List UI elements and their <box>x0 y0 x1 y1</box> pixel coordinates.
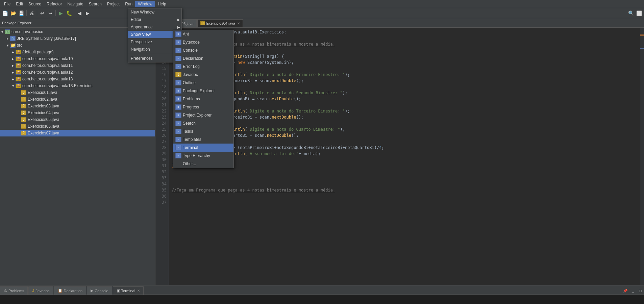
ex01-label: Exercicio01.java <box>28 90 57 95</box>
jre-label: JRE System Library [JavaSE-17] <box>17 36 76 41</box>
ex01-expand-icon: ▸ <box>18 91 20 95</box>
javadoc-label: Javadoc <box>36 289 50 293</box>
menu-run[interactable]: Run <box>122 1 135 7</box>
toolbar: 📄 📂 💾 🖨 ↩ ↪ ▶ 🐛 ◀ ▶ 🔍 ⬜ <box>0 8 644 18</box>
ex04-label: Exercicios04.java <box>28 110 59 115</box>
toolbar-save[interactable]: 💾 <box>18 9 25 17</box>
toolbar-prev[interactable]: ◀ <box>76 9 83 17</box>
ex02-label: Exercicio02.java <box>28 97 57 102</box>
terminal-area[interactable] <box>0 295 644 304</box>
menu-refactor[interactable]: Refactor <box>44 1 65 7</box>
code-area[interactable]: package com.heitor.cursojava.aula13.Exer… <box>169 28 640 285</box>
project-expand-icon: ▾ <box>1 30 3 34</box>
declaration-icon: 📋 <box>58 288 63 293</box>
line-numbers: 9101112131415161718192021222324252627282… <box>155 28 169 285</box>
toolbar-debug[interactable]: 🐛 <box>65 9 73 17</box>
menu-bar: File Edit Source Refactor Navigate Searc… <box>0 0 644 8</box>
aula10-icon: 📦 <box>16 56 21 61</box>
tab-exercicios06[interactable]: J Exercicios06.java <box>155 19 197 27</box>
editor-tabs: J Exercicios06.java J Exercicios04.java … <box>155 18 644 28</box>
ex03-label: Exercicios03.java <box>28 104 59 108</box>
toolbar-sep2 <box>37 10 37 16</box>
console-icon: ▶ <box>91 288 93 293</box>
terminal-pin-btn[interactable]: 📌 <box>622 287 629 295</box>
tree-exercicio01[interactable]: ▸ J Exercicio01.java <box>0 89 155 96</box>
tree-aula11[interactable]: ▸ 📦 com.heitor.cursojava.aula11 <box>0 62 155 69</box>
toolbar-sep3 <box>55 10 56 16</box>
menu-source[interactable]: Source <box>26 1 44 7</box>
toolbar-search-global[interactable]: 🔍 <box>627 9 635 17</box>
menu-window[interactable]: Window <box>135 1 155 7</box>
bottom-tab-terminal[interactable]: ▣ Terminal ✕ <box>113 286 144 295</box>
javadoc-icon: J <box>32 289 34 293</box>
tree-exercicios04[interactable]: ▸ J Exercicios04.java <box>0 109 155 116</box>
ex04-icon: J <box>21 110 26 115</box>
ex02-icon: J <box>21 97 26 102</box>
bottom-tab-problems[interactable]: ⚠ Problems <box>0 286 28 295</box>
ex01-icon: J <box>21 90 26 95</box>
terminal-max-btn[interactable]: □ <box>637 287 644 295</box>
aula12-expand-icon: ▸ <box>12 70 14 75</box>
jre-expand-icon: ▸ <box>7 36 9 41</box>
ex03-expand-icon: ▸ <box>18 104 20 108</box>
ex03-icon: J <box>21 104 26 108</box>
menu-file[interactable]: File <box>1 1 13 7</box>
menu-navigate[interactable]: Navigate <box>65 1 86 7</box>
tree-project[interactable]: ▾ P curso-java-basico <box>0 28 155 35</box>
terminal-label: Terminal <box>121 289 135 293</box>
toolbar-next[interactable]: ▶ <box>84 9 91 17</box>
tree-aula12[interactable]: ▸ 📦 com.heitor.cursojava.aula12 <box>0 69 155 76</box>
tree-exercicios07[interactable]: ▸ J Exercicios07.java <box>0 130 155 136</box>
default-pkg-icon: 📦 <box>16 50 21 54</box>
toolbar-print[interactable]: 🖨 <box>28 9 35 17</box>
menu-search[interactable]: Search <box>86 1 104 7</box>
tree-aula13[interactable]: ▸ 📦 com.heitor.cursojava.aula13 <box>0 76 155 82</box>
tree-default-pkg[interactable]: ▸ 📦 (default package) <box>0 49 155 55</box>
toolbar-open[interactable]: 📂 <box>9 9 17 17</box>
terminal-min-btn[interactable]: _ <box>629 287 637 295</box>
toolbar-run[interactable]: ▶ <box>57 9 65 17</box>
src-expand-icon: ▾ <box>7 43 9 48</box>
ex07-icon: J <box>21 131 26 135</box>
aula11-label: com.heitor.cursojava.aula11 <box>22 63 73 68</box>
tree-exercicios03[interactable]: ▸ J Exercicios03.java <box>0 103 155 109</box>
terminal-close[interactable]: ✕ <box>137 289 140 293</box>
tab-exercicios04[interactable]: J Exercicios04.java ✕ <box>197 19 243 27</box>
menu-edit[interactable]: Edit <box>13 1 26 7</box>
toolbar-new[interactable]: 📄 <box>1 9 9 17</box>
ex05-expand-icon: ▸ <box>18 118 20 122</box>
tree-aula10[interactable]: ▸ 📦 com.heitor.cursojava.aula10 <box>0 55 155 62</box>
ex05-label: Exercicios05.java <box>28 117 59 122</box>
terminal-icon: ▣ <box>117 288 120 293</box>
toolbar-undo[interactable]: ↩ <box>39 9 46 17</box>
ex06-label: Exercicios06.java <box>28 124 59 129</box>
tree-jre[interactable]: ▸ 🔧 JRE System Library [JavaSE-17] <box>0 35 155 42</box>
tab-ex04-close[interactable]: ✕ <box>237 22 240 25</box>
sidebar-close-btn[interactable]: ✕ <box>146 19 153 27</box>
editor-content: 9101112131415161718192021222324252627282… <box>155 28 644 285</box>
menu-project[interactable]: Project <box>104 1 122 7</box>
menu-help[interactable]: Help <box>155 1 169 7</box>
tree-src[interactable]: ▾ 📁 src <box>0 42 155 49</box>
toolbar-redo[interactable]: ↪ <box>47 9 54 17</box>
aula10-label: com.heitor.cursojava.aula10 <box>22 56 73 61</box>
tree-exercicios05[interactable]: ▸ J Exercicios05.java <box>0 116 155 123</box>
toolbar-sep1 <box>26 10 27 16</box>
toolbar-layout[interactable]: ⬜ <box>635 9 643 17</box>
console-label: Console <box>95 289 108 293</box>
bottom-tab-declaration[interactable]: 📋 Declaration <box>54 286 86 295</box>
sidebar-menu-btn[interactable]: ▾ <box>138 19 146 27</box>
jre-icon: 🔧 <box>10 36 16 41</box>
tree-aula13-exercicios[interactable]: ▾ 📦 com.heitor.cursojava.aula13.Exercici… <box>0 82 155 89</box>
bottom-tab-javadoc[interactable]: J Javadoc <box>28 286 53 295</box>
sidebar-tree: ▾ P curso-java-basico ▸ 🔧 JRE System Lib… <box>0 28 155 285</box>
aula13ex-expand-icon: ▾ <box>12 84 14 88</box>
tree-exercicio02[interactable]: ▸ J Exercicio02.java <box>0 96 155 103</box>
ex07-expand-icon: ▸ <box>18 131 20 135</box>
bottom-tab-console[interactable]: ▶ Console <box>87 286 112 295</box>
sidebar-sync-btn[interactable]: ⇄ <box>131 19 138 27</box>
tree-exercicios06[interactable]: ▸ J Exercicios06.java <box>0 123 155 130</box>
bottom-panel: ⚠ Problems J Javadoc 📋 Declaration ▶ Con… <box>0 285 644 295</box>
aula13-expand-icon: ▸ <box>12 77 14 81</box>
problems-icon: ⚠ <box>4 288 7 293</box>
